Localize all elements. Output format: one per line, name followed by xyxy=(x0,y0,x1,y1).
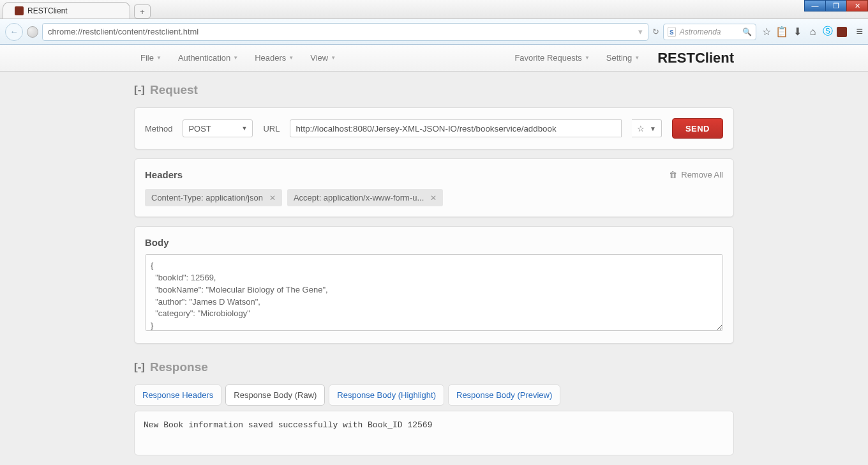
tab-response-body-preview[interactable]: Response Body (Preview) xyxy=(448,385,560,406)
window-controls: — ❐ ✕ xyxy=(805,0,868,11)
close-icon[interactable]: ✕ xyxy=(269,194,276,202)
method-value: POST xyxy=(188,124,211,133)
menu-right-group: Favorite Requests▼ Setting▼ xyxy=(508,49,646,66)
address-bar-text: chrome://restclient/content/restclient.h… xyxy=(48,27,198,36)
extension-icon[interactable] xyxy=(837,27,847,37)
chevron-down-icon: ▼ xyxy=(634,55,640,61)
tab-response-body-highlight[interactable]: Response Body (Highlight) xyxy=(329,385,444,406)
body-panel: Body xyxy=(134,226,734,344)
request-panel: Method POST ▼ URL ☆ ▼ SEND xyxy=(134,107,734,149)
browser-tab-active[interactable]: RESTClient xyxy=(3,2,130,19)
site-identity-icon xyxy=(27,26,38,38)
response-tabs: Response Headers Response Body (Raw) Res… xyxy=(134,385,734,406)
headers-panel: Headers 🗑 Remove All Content-Type: appli… xyxy=(134,158,734,217)
header-chip[interactable]: Content-Type: application/json ✕ xyxy=(145,189,282,206)
method-select[interactable]: POST ▼ xyxy=(183,119,253,137)
close-button[interactable]: ✕ xyxy=(846,0,868,11)
page-content: [-] Request Method POST ▼ URL ☆ ▼ SEND H… xyxy=(134,83,734,455)
app-menubar: File▼ Authentication▼ Headers▼ View▼ Fav… xyxy=(0,45,868,72)
tab-response-headers[interactable]: Response Headers xyxy=(134,385,221,406)
page-scroll-area[interactable]: [-] Request Method POST ▼ URL ☆ ▼ SEND H… xyxy=(0,72,868,465)
menu-favorite-requests[interactable]: Favorite Requests▼ xyxy=(508,49,595,66)
menu-setting[interactable]: Setting▼ xyxy=(600,49,646,66)
header-chip-text: Accept: application/x-www-form-u... xyxy=(294,193,424,202)
home-icon[interactable]: ⌂ xyxy=(806,26,819,38)
tab-strip: RESTClient + xyxy=(0,2,151,19)
trash-icon: 🗑 xyxy=(669,170,677,179)
menu-headers[interactable]: Headers▼ xyxy=(248,49,300,66)
menu-icon[interactable]: ≡ xyxy=(856,25,863,38)
window-titlebar: RESTClient + — ❐ ✕ xyxy=(0,0,868,19)
downloads-icon[interactable]: ⬇ xyxy=(791,26,804,38)
chevron-down-icon: ▼ xyxy=(241,125,247,132)
browser-tab-title: RESTClient xyxy=(27,6,68,15)
search-box[interactable]: s Astromenda 🔍 xyxy=(663,24,756,40)
response-body-raw[interactable]: New Book information saved successfully … xyxy=(134,411,734,455)
header-chip-text: Content-Type: application/json xyxy=(151,193,263,202)
new-tab-button[interactable]: + xyxy=(134,4,151,19)
body-title: Body xyxy=(145,237,723,248)
menu-view[interactable]: View▼ xyxy=(304,49,342,66)
clipboard-icon[interactable]: 📋 xyxy=(775,26,788,38)
request-section-title[interactable]: [-] Request xyxy=(134,83,734,97)
star-icon[interactable]: ☆ xyxy=(637,124,645,133)
minimize-button[interactable]: — xyxy=(804,0,826,11)
collapse-icon[interactable]: [-] xyxy=(134,84,145,96)
chevron-down-icon: ▼ xyxy=(156,55,161,61)
headers-title: Headers xyxy=(145,169,183,180)
chevron-down-icon: ▼ xyxy=(288,55,294,61)
tab-response-body-raw[interactable]: Response Body (Raw) xyxy=(225,385,325,406)
app-brand: RESTClient xyxy=(657,50,734,66)
chevron-down-icon: ▼ xyxy=(331,55,336,61)
url-addons: ☆ ▼ xyxy=(632,119,662,137)
url-label: URL xyxy=(263,124,280,133)
maximize-button[interactable]: ❐ xyxy=(825,0,847,11)
close-icon[interactable]: ✕ xyxy=(430,194,437,202)
response-section-title[interactable]: [-] Response xyxy=(134,360,734,374)
menu-left-group: File▼ Authentication▼ Headers▼ View▼ xyxy=(134,49,342,66)
reload-button[interactable]: ↻ xyxy=(648,27,663,36)
dropdown-icon[interactable]: ▾ xyxy=(638,27,643,36)
menu-authentication[interactable]: Authentication▼ xyxy=(172,49,244,66)
send-button[interactable]: SEND xyxy=(672,118,723,139)
header-chips: Content-Type: application/json ✕ Accept:… xyxy=(145,189,723,206)
chevron-down-icon: ▼ xyxy=(233,55,238,61)
body-textarea[interactable] xyxy=(145,254,723,331)
toolbar-icons: ☆ 📋 ⬇ ⌂ Ⓢ ≡ xyxy=(760,25,863,38)
remove-all-headers[interactable]: 🗑 Remove All xyxy=(669,170,723,179)
search-placeholder: Astromenda xyxy=(680,27,721,36)
address-bar[interactable]: chrome://restclient/content/restclient.h… xyxy=(42,23,648,41)
chevron-down-icon: ▼ xyxy=(585,55,590,61)
chevron-down-icon[interactable]: ▼ xyxy=(650,125,656,132)
menu-file[interactable]: File▼ xyxy=(134,49,168,66)
request-url-input[interactable] xyxy=(290,119,622,137)
back-button[interactable]: ← xyxy=(5,23,23,41)
skype-icon[interactable]: Ⓢ xyxy=(821,25,834,38)
bookmark-star-icon[interactable]: ☆ xyxy=(760,26,773,38)
header-chip[interactable]: Accept: application/x-www-form-u... ✕ xyxy=(287,189,443,206)
search-icon: 🔍 xyxy=(742,27,752,36)
search-engine-icon: s xyxy=(668,27,676,37)
collapse-icon[interactable]: [-] xyxy=(134,361,145,374)
method-label: Method xyxy=(145,124,172,133)
browser-toolbar: ← chrome://restclient/content/restclient… xyxy=(0,19,868,45)
